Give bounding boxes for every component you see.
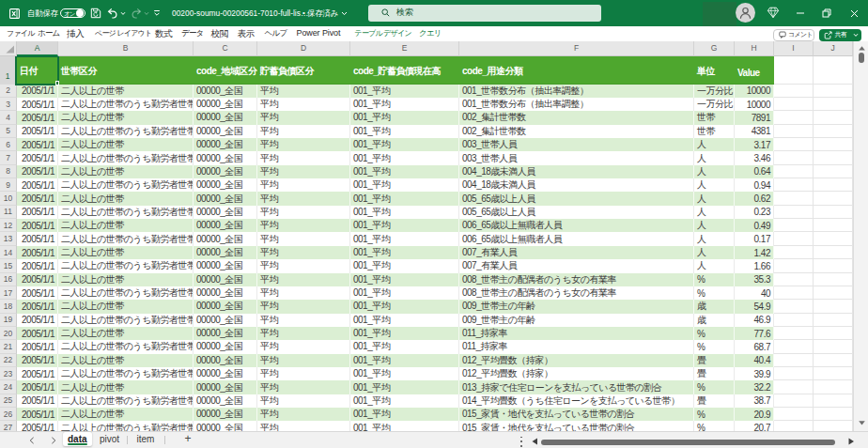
empty-cell[interactable] <box>774 259 814 272</box>
restore-button[interactable] <box>814 0 840 26</box>
cell[interactable]: 002_集計世帯数 <box>459 111 694 124</box>
cell[interactable]: 001_世帯数分布（抽出率調整） <box>459 98 694 111</box>
empty-cell[interactable] <box>814 340 853 353</box>
cell[interactable]: 10000 <box>735 85 774 98</box>
row-header-3[interactable]: 3 <box>0 98 17 111</box>
cell[interactable]: 3.46 <box>735 151 774 164</box>
undo-dropdown-icon[interactable] <box>120 11 126 16</box>
empty-cell[interactable] <box>814 125 853 138</box>
empty-cell[interactable] <box>814 259 853 272</box>
cell[interactable]: 平均 <box>257 178 350 192</box>
cell[interactable]: 015_家賃・地代を支払っている世帯の割合 <box>459 421 694 430</box>
account-avatar[interactable] <box>736 3 755 23</box>
row-header-7[interactable]: 7 <box>0 151 17 164</box>
cell[interactable]: 001_平均 <box>350 367 459 380</box>
autosave-toggle[interactable]: オン <box>60 8 85 19</box>
horizontal-scroll-thumb[interactable] <box>541 440 835 445</box>
cell[interactable]: 平均 <box>257 165 350 178</box>
cell[interactable]: 001_平均 <box>350 206 459 219</box>
column-header-J[interactable]: J <box>814 41 853 56</box>
empty-cell[interactable] <box>774 151 814 164</box>
cell[interactable]: 0.94 <box>735 178 774 192</box>
cell[interactable]: 2005/1/1 <box>17 246 58 259</box>
row-header-6[interactable]: 6 <box>0 138 17 151</box>
cell[interactable]: 二人以上の世帯のうち勤労者世帯 <box>58 340 194 353</box>
cell[interactable]: 00000_全国 <box>194 300 257 313</box>
ribbon-tab-10[interactable]: テーブル デザイン <box>355 26 411 41</box>
cell[interactable]: 二人以上の世帯のうち勤労者世帯 <box>58 314 194 327</box>
cell[interactable]: 二人以上の世帯のうち勤労者世帯 <box>58 98 194 111</box>
row-header-10[interactable]: 10 <box>0 192 17 205</box>
table-header-cell[interactable]: code_貯蓄負債現在高 <box>350 56 459 85</box>
cell[interactable]: 平均 <box>257 340 350 353</box>
cell[interactable]: 2005/1/1 <box>17 273 58 286</box>
cell[interactable]: 00000_全国 <box>194 340 257 353</box>
cell[interactable]: 32.2 <box>735 380 774 394</box>
table-header-cell[interactable]: 日付 <box>17 56 58 85</box>
column-header-C[interactable]: C <box>194 41 257 56</box>
cell[interactable]: 54.9 <box>735 300 774 313</box>
cell[interactable]: 001_平均 <box>350 85 459 98</box>
cell[interactable]: 3.17 <box>735 138 774 151</box>
cell[interactable]: 二人以上の世帯のうち勤労者世帯 <box>58 421 194 430</box>
cell[interactable]: 人 <box>694 138 735 151</box>
cell[interactable]: 0.23 <box>735 206 774 219</box>
row-header-26[interactable]: 26 <box>0 408 17 421</box>
cell[interactable]: 2005/1/1 <box>17 259 58 272</box>
cell[interactable]: 平均 <box>257 354 350 367</box>
cell[interactable]: 68.7 <box>735 340 774 353</box>
cell[interactable]: 013_持家で住宅ローンを支払っている世帯の割合 <box>459 380 694 394</box>
cell[interactable]: 001_平均 <box>350 192 459 205</box>
empty-cell[interactable] <box>814 85 853 98</box>
cell[interactable]: 平均 <box>257 367 350 380</box>
row-header-27[interactable]: 27 <box>0 421 17 430</box>
cell[interactable]: 2005/1/1 <box>17 354 58 367</box>
quick-access-toolbar-icon[interactable] <box>153 9 161 17</box>
cell[interactable]: 2005/1/1 <box>17 219 58 232</box>
cell[interactable]: 001_平均 <box>350 327 459 340</box>
cell[interactable]: 0.17 <box>735 232 774 245</box>
cell[interactable]: 001_平均 <box>350 165 459 178</box>
empty-cell[interactable] <box>774 421 814 430</box>
ribbon-tab-6[interactable]: 校閲 <box>211 26 229 41</box>
ribbon-tab-7[interactable]: 表示 <box>238 26 256 41</box>
cell[interactable]: 001_平均 <box>350 246 459 259</box>
cell[interactable]: 2005/1/1 <box>17 138 58 151</box>
empty-cell[interactable] <box>814 394 853 408</box>
tab-splitter-handle[interactable] <box>519 437 524 447</box>
cell[interactable]: 001_平均 <box>350 394 459 408</box>
empty-cell[interactable] <box>814 380 853 394</box>
empty-cell[interactable] <box>814 192 853 205</box>
cell[interactable]: 001_平均 <box>350 138 459 151</box>
cell[interactable]: 1.42 <box>735 246 774 259</box>
cell[interactable]: 二人以上の世帯のうち勤労者世帯 <box>58 178 194 192</box>
cell[interactable]: 001_平均 <box>350 273 459 286</box>
cell[interactable]: 2005/1/1 <box>17 98 58 111</box>
cell[interactable]: 平均 <box>257 259 350 272</box>
cell[interactable]: 00000_全国 <box>194 98 257 111</box>
cell[interactable]: 001_平均 <box>350 421 459 430</box>
cell[interactable]: 0.62 <box>735 192 774 205</box>
row-header-20[interactable]: 20 <box>0 327 17 340</box>
empty-cell[interactable] <box>814 273 853 286</box>
ribbon-tab-2[interactable]: 挿入 <box>67 26 85 41</box>
cell[interactable]: 平均 <box>257 85 350 98</box>
minimize-button[interactable] <box>787 0 814 26</box>
cell[interactable]: 35.3 <box>735 273 774 286</box>
cell[interactable]: 00000_全国 <box>194 178 257 192</box>
empty-cell[interactable] <box>814 138 853 151</box>
empty-cell[interactable] <box>774 314 814 327</box>
cell[interactable]: 20.7 <box>735 421 774 430</box>
cell[interactable]: 001_平均 <box>350 408 459 421</box>
cell[interactable]: 歳 <box>694 314 735 327</box>
cell[interactable]: % <box>694 327 735 340</box>
cell[interactable]: 2005/1/1 <box>17 125 58 138</box>
cell[interactable]: 2005/1/1 <box>17 111 58 124</box>
cell[interactable]: 2005/1/1 <box>17 394 58 408</box>
cell[interactable]: 77.6 <box>735 327 774 340</box>
comments-button[interactable]: コメント <box>773 29 814 41</box>
cell[interactable]: 平均 <box>257 138 350 151</box>
cell[interactable]: 007_有業人員 <box>459 259 694 272</box>
cell[interactable]: 人 <box>694 206 735 219</box>
cell[interactable]: 平均 <box>257 408 350 421</box>
